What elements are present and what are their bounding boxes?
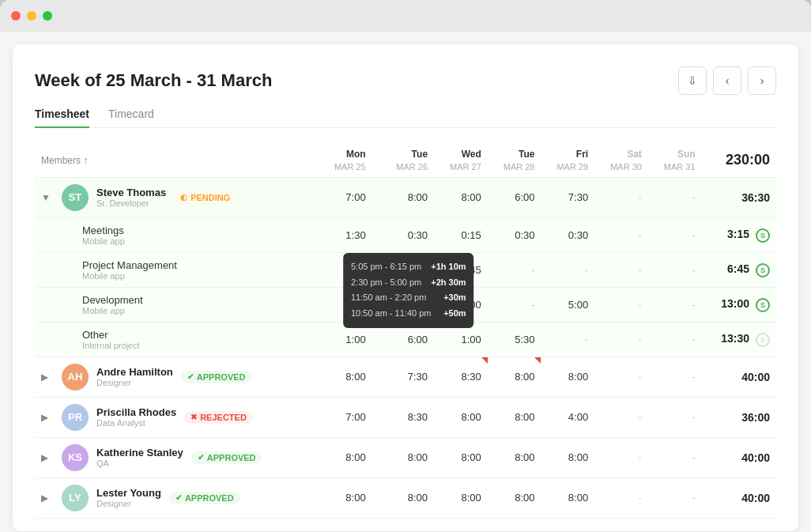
time-cell[interactable]: 7:00 <box>319 177 372 217</box>
prev-week-button[interactable]: ‹ <box>713 66 741 95</box>
download-button[interactable]: ⇩ <box>678 66 707 95</box>
sub-time-cell[interactable]: - <box>648 322 702 357</box>
time-cell[interactable]: 8:00 <box>434 397 488 437</box>
avatar: LY <box>62 485 89 511</box>
time-cell[interactable]: 8:00 <box>372 177 434 217</box>
members-col-header[interactable]: Members ↑ <box>35 144 319 177</box>
project-name: Project Management <box>82 259 312 271</box>
sub-time-cell[interactable]: - <box>488 252 541 287</box>
header-actions: ⇩ ‹ › <box>678 66 776 95</box>
circle-icon: S <box>756 263 770 277</box>
project-sub: Mobile app <box>82 306 312 315</box>
maximize-button[interactable] <box>43 11 52 21</box>
sub-time-cell[interactable]: - <box>648 217 702 252</box>
sub-time-cell[interactable]: - <box>594 217 648 252</box>
expand-button[interactable]: ▶ <box>41 492 54 504</box>
time-cell[interactable]: 8:30 <box>434 357 488 397</box>
col-tue26: Tue MAR 26 <box>372 144 434 177</box>
time-cell[interactable]: 7:30 <box>372 357 434 397</box>
member-name: Andre Hamilton <box>96 366 173 378</box>
sub-time-cell[interactable]: - <box>648 252 702 287</box>
time-cell[interactable]: 8:00 <box>319 437 372 477</box>
sub-time-cell[interactable]: 5:05 pm - 6:15 pm +1h 10m 2:30 pm - 5:00… <box>372 252 434 287</box>
sub-time-cell[interactable]: 1:00 <box>319 322 372 357</box>
col-fri: Fri MAR 29 <box>541 144 594 177</box>
member-row: ▶ PR Priscilla Rhodes Data Analyst ✖ REJ… <box>35 397 776 437</box>
tab-timesheet[interactable]: Timesheet <box>35 108 89 128</box>
project-info: Project Management Mobile app <box>82 259 312 281</box>
sub-time-cell[interactable]: 4:00 <box>319 287 372 322</box>
minimize-button[interactable] <box>27 11 36 21</box>
avatar: ST <box>62 184 89 211</box>
sub-time-cell[interactable]: - <box>488 287 541 322</box>
sub-time-cell[interactable]: 1:00 <box>434 322 488 357</box>
sub-time-cell[interactable]: 2:45 <box>434 252 488 287</box>
sub-time-cell[interactable]: - <box>594 287 648 322</box>
close-button[interactable] <box>11 11 21 21</box>
project-name: Other <box>82 329 312 341</box>
status-badge: ◐ PENDING <box>174 191 236 204</box>
member-role: Designer <box>96 378 173 387</box>
sub-time-cell[interactable]: - <box>648 287 702 322</box>
time-cell[interactable]: 8:00 <box>488 357 541 397</box>
project-info: Meetings Mobile app <box>82 224 312 246</box>
time-cell[interactable]: 8:00 <box>372 477 434 518</box>
time-cell[interactable]: - <box>648 477 702 518</box>
time-cell[interactable]: 8:00 <box>541 357 594 397</box>
sub-row: Other Internal project 1:006:001:005:30-… <box>35 322 776 357</box>
time-cell[interactable]: 8:00 <box>434 437 488 477</box>
time-cell[interactable]: - <box>648 397 702 437</box>
sub-row: Project Management Mobile app 0:30 5:05 … <box>35 252 776 287</box>
time-cell[interactable]: - <box>648 357 702 397</box>
sub-time-cell[interactable]: - <box>372 287 434 322</box>
sub-total-cell: 13:00 S <box>702 287 776 322</box>
time-cell[interactable]: - <box>648 177 702 217</box>
sub-time-cell[interactable]: 5:00 <box>541 287 594 322</box>
expand-button[interactable]: ▼ <box>41 192 54 203</box>
time-cell[interactable]: 8:30 <box>372 397 434 437</box>
sub-time-cell[interactable]: 1:30 <box>319 217 372 252</box>
next-week-button[interactable]: › <box>748 66 776 95</box>
time-cell[interactable]: 8:00 <box>372 437 434 477</box>
time-cell[interactable]: - <box>594 397 648 437</box>
expand-button[interactable]: ▶ <box>41 412 54 423</box>
time-cell[interactable]: 4:00 <box>541 397 594 437</box>
time-cell[interactable]: 7:30 <box>541 177 594 217</box>
time-cell[interactable]: 8:00 <box>434 177 488 217</box>
time-cell[interactable]: 8:00 <box>319 477 372 518</box>
time-cell[interactable]: - <box>594 177 648 217</box>
time-cell[interactable]: - <box>594 357 648 397</box>
sub-row: Development Mobile app 4:00-4:00-5:00--1… <box>35 287 776 322</box>
sub-time-cell[interactable]: 0:30 <box>488 217 541 252</box>
time-cell[interactable]: 8:00 <box>488 397 541 437</box>
time-cell[interactable]: 8:00 <box>541 437 594 477</box>
sub-time-cell[interactable]: 0:15 <box>434 217 488 252</box>
sub-time-cell[interactable]: 6:00 <box>372 322 434 357</box>
time-cell[interactable]: 8:00 <box>434 477 488 518</box>
time-cell[interactable]: - <box>648 437 702 477</box>
sub-time-cell[interactable]: - <box>594 252 648 287</box>
time-cell[interactable]: 8:00 <box>319 357 372 397</box>
time-cell[interactable]: 8:00 <box>541 477 594 518</box>
sub-time-cell[interactable]: 5:30 <box>488 322 541 357</box>
sub-time-cell[interactable]: - <box>594 322 648 357</box>
tab-timecard[interactable]: Timecard <box>108 108 154 127</box>
sub-time-cell[interactable]: 0:30 <box>541 217 594 252</box>
time-cell[interactable]: 6:00 <box>488 177 541 217</box>
sub-time-cell[interactable]: 0:30 <box>319 252 372 287</box>
sub-time-cell[interactable]: - <box>541 252 594 287</box>
circle-icon: S <box>756 298 770 312</box>
sub-time-cell[interactable]: 0:30 <box>372 217 434 252</box>
selected-time[interactable]: 01:30 <box>390 261 428 279</box>
time-cell[interactable]: - <box>594 477 648 518</box>
expand-button[interactable]: ▶ <box>41 452 54 463</box>
sub-time-cell[interactable]: 4:00 <box>434 287 488 322</box>
time-cell[interactable]: 8:00 <box>488 437 541 477</box>
member-info: Steve Thomas Sr. Developer <box>96 187 166 208</box>
time-cell[interactable]: 7:00 <box>319 397 372 437</box>
expand-button[interactable]: ▶ <box>41 372 54 383</box>
time-cell[interactable]: - <box>594 437 648 477</box>
status-icon: ◐ <box>180 193 187 202</box>
time-cell[interactable]: 8:00 <box>488 477 541 518</box>
sub-time-cell[interactable]: - <box>541 322 594 357</box>
